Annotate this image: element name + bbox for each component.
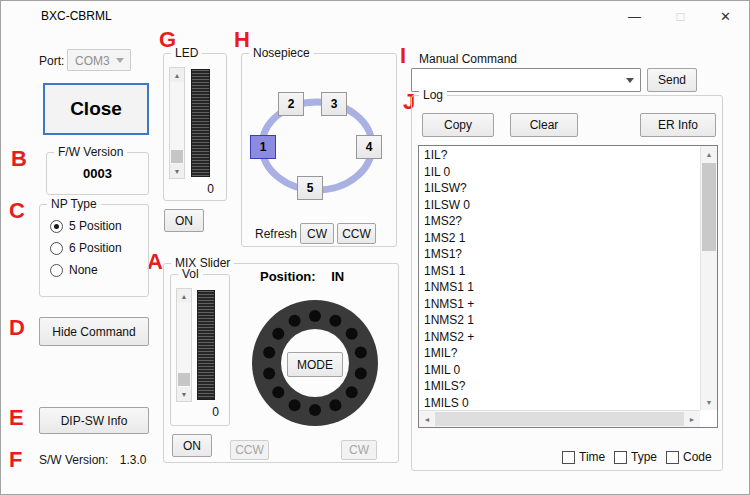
log-group: Log Copy Clear ER Info 1IL? 1IL 0 1ILSW?…: [411, 95, 723, 471]
annotation-d: D: [9, 317, 25, 339]
maximize-icon[interactable]: □: [658, 1, 703, 31]
log-entries: 1IL? 1IL 0 1ILSW? 1ILSW 0 1MS2? 1MS2 1 1…: [419, 147, 700, 410]
log-vscroll-thumb[interactable]: [702, 163, 716, 251]
scroll-down-icon[interactable]: ▼: [177, 387, 191, 401]
log-entry[interactable]: 1MILS?: [419, 378, 700, 395]
scroll-down-icon[interactable]: ▼: [170, 164, 184, 178]
scroll-up-icon[interactable]: ▲: [170, 68, 184, 82]
mix-ccw-button[interactable]: CCW: [230, 440, 269, 460]
hide-command-button[interactable]: Hide Command: [39, 317, 149, 346]
chevron-down-icon: [116, 58, 124, 63]
log-entry[interactable]: 1MIL 0: [419, 362, 700, 379]
log-label: Log: [419, 88, 447, 102]
log-entry[interactable]: 1MIL?: [419, 345, 700, 362]
nosepiece-position-1[interactable]: 1: [250, 135, 276, 159]
manual-command-label: Manual Command: [419, 52, 517, 66]
log-vertical-scrollbar[interactable]: ▲ ▼: [700, 146, 717, 410]
log-entry[interactable]: 1NMS1 1: [419, 279, 700, 296]
led-group: LED ▲ ▼ 0: [163, 53, 227, 201]
led-on-button[interactable]: ON: [164, 209, 204, 232]
position-status: Position: IN: [260, 269, 344, 284]
nosepiece-group: Nosepiece 1 2 3 4 5 Refresh CW CCW: [241, 53, 397, 247]
app-window: BXC-CBRML — □ ✕ A B C D E F G H I J Port…: [0, 0, 750, 495]
led-scrollbar[interactable]: ▲ ▼: [169, 67, 185, 179]
checkbox-icon: [614, 451, 627, 464]
log-entry[interactable]: 1ILSW?: [419, 180, 700, 197]
nosepiece-position-5[interactable]: 5: [297, 176, 323, 200]
refresh-label: Refresh: [255, 227, 297, 241]
sw-version-label: S/W Version:: [39, 453, 108, 467]
annotation-e: E: [9, 407, 24, 429]
scroll-left-icon[interactable]: ◄: [419, 411, 435, 427]
log-entry[interactable]: 1IL?: [419, 147, 700, 164]
checkbox-label: Time: [579, 450, 605, 464]
checkbox-label: Type: [631, 450, 657, 464]
log-hscroll-thumb[interactable]: [435, 412, 684, 426]
radio-5-position[interactable]: 5 Position: [50, 219, 122, 233]
nosepiece-position-3[interactable]: 3: [321, 92, 347, 116]
log-listbox[interactable]: 1IL? 1IL 0 1ILSW? 1ILSW 0 1MS2? 1MS2 1 1…: [418, 145, 718, 428]
mix-cw-button[interactable]: CW: [341, 440, 377, 460]
annotation-i: I: [400, 45, 406, 67]
vol-label: Vol: [178, 267, 203, 281]
log-entry[interactable]: 1NMS2 1: [419, 312, 700, 329]
log-entry[interactable]: 1MS2?: [419, 213, 700, 230]
log-entry[interactable]: 1ILSW 0: [419, 197, 700, 214]
clear-button[interactable]: Clear: [510, 113, 578, 137]
vol-level-meter: [197, 290, 215, 400]
nosepiece-cw-button[interactable]: CW: [300, 223, 334, 244]
radio-icon: [50, 220, 63, 233]
log-entry[interactable]: 1MS1?: [419, 246, 700, 263]
log-horizontal-scrollbar[interactable]: ◄ ►: [419, 410, 700, 427]
log-entry[interactable]: 1NMS2 +: [419, 329, 700, 346]
dip-sw-info-button[interactable]: DIP-SW Info: [39, 407, 149, 434]
fw-version-group: F/W Version 0003: [46, 152, 149, 195]
mode-button[interactable]: MODE: [287, 352, 343, 377]
send-button[interactable]: Send: [647, 68, 697, 92]
radio-label: None: [69, 263, 98, 277]
chevron-down-icon: [626, 78, 634, 83]
sw-version-value: 1.3.0: [120, 453, 147, 467]
vol-scroll-thumb[interactable]: [178, 373, 190, 386]
mix-slider-group: MIX Slider Vol ▲ ▼ 0 ON Position: IN: [163, 263, 399, 463]
log-entry[interactable]: 1IL 0: [419, 164, 700, 181]
scroll-down-icon[interactable]: ▼: [701, 394, 717, 410]
led-label: LED: [171, 46, 202, 60]
log-entry[interactable]: 1MS1 1: [419, 263, 700, 280]
radio-none[interactable]: None: [50, 263, 98, 277]
nosepiece-ccw-button[interactable]: CCW: [337, 223, 376, 244]
radio-label: 6 Position: [69, 241, 122, 255]
fw-version-value: 0003: [47, 166, 148, 181]
log-entry[interactable]: 1MILS 0: [419, 395, 700, 411]
led-scroll-thumb[interactable]: [171, 150, 183, 163]
fw-version-label: F/W Version: [54, 145, 127, 159]
copy-button[interactable]: Copy: [422, 113, 494, 137]
radio-6-position[interactable]: 6 Position: [50, 241, 122, 255]
log-entry[interactable]: 1NMS1 +: [419, 296, 700, 313]
checkbox-time[interactable]: Time: [562, 450, 605, 464]
checkbox-type[interactable]: Type: [614, 450, 657, 464]
led-value: 0: [207, 182, 214, 196]
checkbox-code[interactable]: Code: [666, 450, 712, 464]
scroll-right-icon[interactable]: ►: [684, 411, 700, 427]
er-info-button[interactable]: ER Info: [640, 113, 716, 137]
nosepiece-position-4[interactable]: 4: [356, 135, 382, 159]
close-window-icon[interactable]: ✕: [703, 1, 748, 31]
log-entry[interactable]: 1MS2 1: [419, 230, 700, 247]
radio-icon: [50, 264, 63, 277]
vol-scrollbar[interactable]: ▲ ▼: [176, 288, 192, 402]
scroll-up-icon[interactable]: ▲: [177, 289, 191, 303]
sw-version: S/W Version: 1.3.0: [39, 453, 146, 467]
annotation-a: A: [147, 251, 163, 273]
radio-label: 5 Position: [69, 219, 122, 233]
port-select[interactable]: COM3: [67, 49, 131, 71]
np-type-label: NP Type: [47, 197, 101, 211]
vol-on-button[interactable]: ON: [172, 434, 212, 457]
nosepiece-position-2[interactable]: 2: [278, 92, 304, 116]
radio-icon: [50, 242, 63, 255]
scroll-up-icon[interactable]: ▲: [701, 146, 717, 162]
close-button[interactable]: Close: [43, 83, 149, 135]
minimize-icon[interactable]: —: [612, 1, 657, 31]
annotation-h: H: [234, 29, 250, 51]
annotation-f: F: [9, 449, 22, 471]
